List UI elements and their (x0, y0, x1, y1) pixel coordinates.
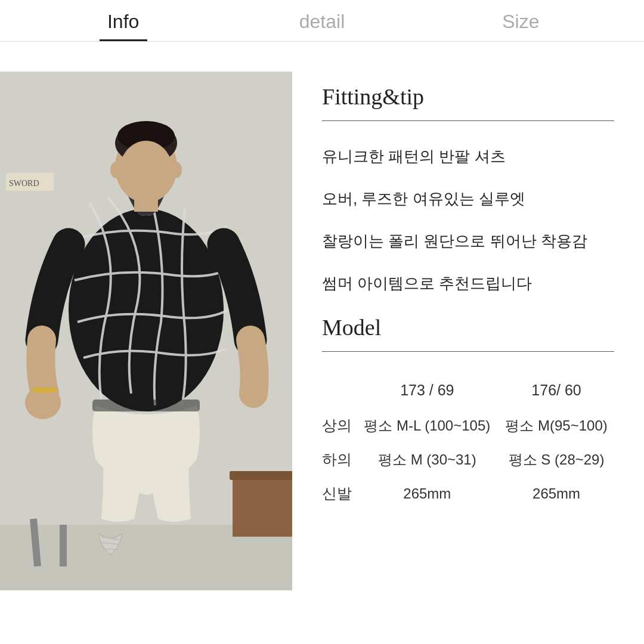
tab-info[interactable]: Info (24, 11, 222, 41)
col-header-1: 173 / 69 (356, 376, 499, 408)
model-divider (322, 351, 614, 352)
svg-rect-23 (60, 525, 67, 566)
fitting-divider (322, 120, 614, 121)
svg-rect-21 (230, 471, 292, 480)
fitting-title: Fitting&tip (322, 83, 614, 110)
row-shoes-col2: 265mm (499, 476, 614, 510)
model-section: Model 173 / 69 176/ 60 상의 평소 M-L (100~10… (322, 314, 614, 510)
fitting-item-3: 찰랑이는 폴리 원단으로 뛰어난 착용감 (322, 230, 614, 253)
row-top-col2: 평소 M(95~100) (499, 408, 614, 442)
model-table: 173 / 69 176/ 60 상의 평소 M-L (100~105) 평소 … (322, 376, 614, 510)
row-bottom-col1: 평소 M (30~31) (356, 442, 499, 476)
svg-point-11 (170, 162, 182, 178)
fitting-item-2: 오버, 루즈한 여유있는 실루엣 (322, 187, 614, 210)
product-image: SWORD (0, 72, 292, 590)
svg-rect-20 (233, 477, 292, 537)
model-row-top: 상의 평소 M-L (100~105) 평소 M(95~100) (322, 408, 614, 442)
fitting-section: Fitting&tip 유니크한 패턴의 반팔 셔츠 오버, 루즈한 여유있는 … (322, 83, 614, 295)
model-title: Model (322, 314, 614, 340)
svg-point-5 (69, 209, 224, 411)
fitting-item-1: 유니크한 패턴의 반팔 셔츠 (322, 145, 614, 168)
svg-rect-15 (92, 400, 200, 411)
row-bottom-col2: 평소 S (28~29) (499, 442, 614, 476)
col-header-2: 176/ 60 (499, 376, 614, 408)
svg-point-10 (110, 162, 122, 178)
row-shoes-col1: 265mm (356, 476, 499, 510)
row-top-col1: 평소 M-L (100~105) (356, 408, 499, 442)
row-label-bottom: 하의 (322, 442, 356, 476)
model-row-bottom: 하의 평소 M (30~31) 평소 S (28~29) (322, 442, 614, 476)
tab-size[interactable]: Size (422, 11, 620, 41)
svg-rect-14 (33, 388, 57, 392)
product-image-container: SWORD (0, 72, 292, 590)
row-label-shoes: 신발 (322, 476, 356, 510)
col-header-label (322, 376, 356, 408)
svg-text:SWORD: SWORD (9, 179, 39, 188)
tab-bar: Info detail Size (0, 0, 644, 42)
right-content: Fitting&tip 유니크한 패턴의 반팔 셔츠 오버, 루즈한 여유있는 … (292, 72, 644, 644)
tab-detail[interactable]: detail (222, 11, 421, 41)
fitting-item-4: 썸머 아이템으로 추천드립니다 (322, 272, 614, 295)
svg-rect-12 (134, 188, 158, 212)
row-label-top: 상의 (322, 408, 356, 442)
main-content: SWORD (0, 42, 644, 644)
model-row-shoes: 신발 265mm 265mm (322, 476, 614, 510)
